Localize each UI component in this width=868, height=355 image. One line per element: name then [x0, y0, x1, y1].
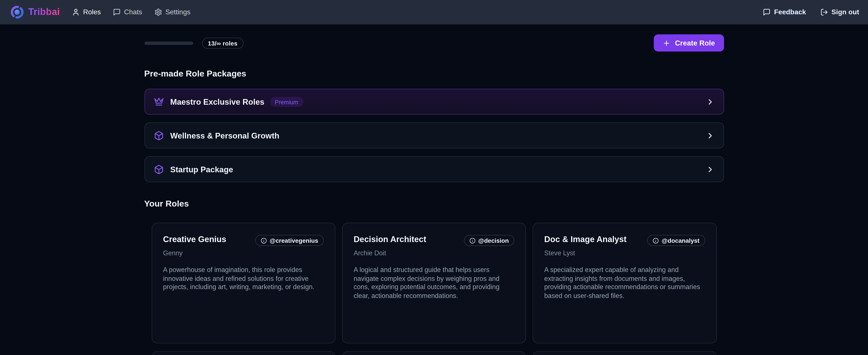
primary-nav: Roles Chats Settings — [72, 8, 190, 16]
nav-item-chats[interactable]: Chats — [113, 8, 142, 16]
chat-icon — [763, 8, 771, 16]
role-agent-name: Archie Doit — [354, 249, 514, 257]
nav-item-label: Chats — [124, 8, 142, 16]
sign-out-icon — [820, 8, 828, 16]
role-handle: @creativegenius — [270, 237, 318, 244]
package-title: Startup Package — [170, 165, 233, 174]
package-list: Maestro Exclusive Roles Premium Wellness… — [144, 89, 724, 182]
top-navbar: Tribbai Roles Chats Settings Feedback — [0, 0, 868, 24]
role-handle-badge[interactable]: @creativegenius — [255, 235, 324, 246]
role-title: Creative Genius — [163, 234, 226, 244]
card-header: Doc & Image Analyst @docanalyst — [544, 234, 705, 246]
roles-section-title: Your Roles — [144, 198, 724, 209]
role-card-partial[interactable] — [342, 351, 526, 355]
chevron-right-icon — [706, 97, 714, 106]
package-row-wellness[interactable]: Wellness & Personal Growth — [144, 122, 724, 148]
role-card-decision-architect[interactable]: Decision Architect @decision Archie Doit… — [342, 223, 526, 344]
nav-item-label: Roles — [83, 8, 101, 16]
package-row-maestro[interactable]: Maestro Exclusive Roles Premium — [144, 89, 724, 115]
role-title: Doc & Image Analyst — [544, 234, 626, 244]
role-description: A logical and structured guide that help… — [354, 266, 514, 300]
role-card-creative-genius[interactable]: Creative Genius @creativegenius Genny A … — [151, 223, 335, 344]
role-card-partial[interactable] — [151, 351, 335, 355]
chat-icon — [113, 8, 121, 16]
role-title: Decision Architect — [354, 234, 426, 244]
gear-icon — [154, 8, 162, 16]
info-icon — [653, 237, 659, 243]
role-agent-name: Genny — [163, 249, 324, 257]
package-title: Wellness & Personal Growth — [170, 131, 279, 140]
role-description: A powerhouse of imagination, this role p… — [163, 266, 324, 292]
info-icon — [469, 237, 475, 243]
sign-out-button[interactable]: Sign out — [820, 8, 859, 16]
navbar-actions: Feedback Sign out — [763, 8, 859, 16]
nav-item-roles[interactable]: Roles — [72, 8, 101, 16]
package-row-startup[interactable]: Startup Package — [144, 156, 724, 182]
card-header: Decision Architect @decision — [354, 234, 514, 246]
nav-item-label: Settings — [165, 8, 190, 16]
tribbai-logo-icon — [10, 5, 24, 19]
create-role-button[interactable]: Create Role — [654, 34, 724, 51]
roles-toolbar: 13/∞ roles Create Role — [144, 34, 724, 51]
nav-item-settings[interactable]: Settings — [154, 8, 191, 16]
role-card-partial[interactable] — [532, 351, 717, 355]
roles-progress-bar — [144, 41, 193, 45]
feedback-label: Feedback — [774, 8, 806, 16]
create-role-label: Create Role — [675, 39, 715, 47]
chevron-right-icon — [706, 165, 714, 174]
crown-icon — [154, 97, 163, 107]
feedback-button[interactable]: Feedback — [763, 8, 806, 16]
role-handle: @docanalyst — [661, 237, 699, 244]
role-handle-badge[interactable]: @docanalyst — [647, 235, 705, 246]
package-icon — [154, 130, 163, 141]
sign-out-label: Sign out — [831, 8, 859, 16]
role-agent-name: Steve Lyst — [544, 249, 705, 257]
chevron-right-icon — [706, 131, 714, 140]
card-header: Creative Genius @creativegenius — [163, 234, 324, 246]
package-icon — [154, 164, 163, 174]
role-card-doc-image-analyst[interactable]: Doc & Image Analyst @docanalyst Steve Ly… — [532, 223, 717, 344]
role-description: A specialized expert capable of analyzin… — [544, 266, 705, 300]
package-title: Maestro Exclusive Roles — [170, 97, 265, 106]
plus-icon — [663, 39, 671, 47]
brand-name: Tribbai — [28, 7, 60, 18]
premium-badge: Premium — [270, 97, 303, 107]
role-handle-badge[interactable]: @decision — [464, 235, 515, 246]
info-icon — [261, 237, 267, 243]
brand[interactable]: Tribbai — [10, 5, 60, 19]
role-cards-grid-next-row — [144, 351, 724, 355]
packages-section-title: Pre-made Role Packages — [144, 68, 724, 79]
main-content: 13/∞ roles Create Role Pre-made Role Pac… — [144, 34, 724, 355]
user-icon — [72, 8, 80, 16]
role-cards-grid: Creative Genius @creativegenius Genny A … — [144, 223, 724, 344]
roles-count-badge: 13/∞ roles — [202, 37, 244, 49]
role-handle: @decision — [478, 237, 509, 244]
